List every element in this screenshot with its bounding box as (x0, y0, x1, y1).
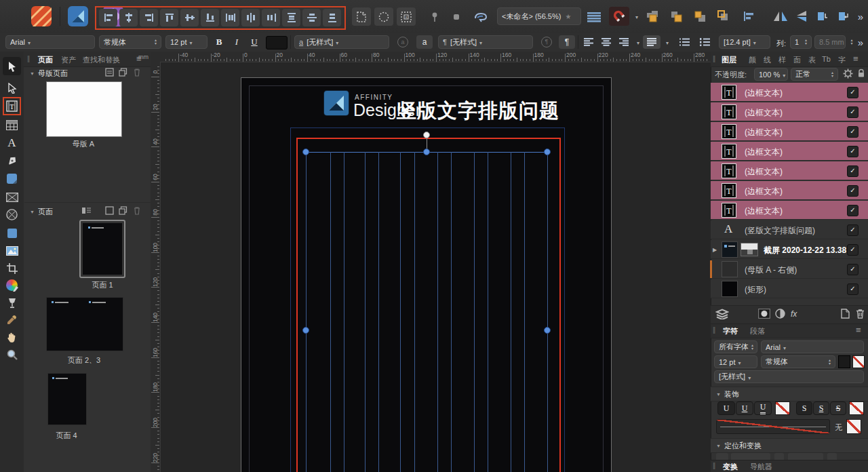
align-middle-v-button[interactable] (180, 9, 199, 26)
insert-behind-button[interactable] (813, 7, 832, 26)
char-font-family-dropdown[interactable]: Arial (761, 340, 864, 353)
align-text-dropdown[interactable] (633, 35, 641, 49)
zoom-tool[interactable] (3, 345, 21, 363)
tab-layers[interactable]: 图层 (722, 55, 736, 65)
duplicate-page-icon[interactable] (119, 206, 127, 215)
app-icon-designer[interactable] (66, 5, 90, 28)
align-right-text-button[interactable] (616, 35, 632, 49)
space-between-v-button[interactable] (282, 9, 300, 26)
place-image-tool[interactable] (3, 241, 21, 260)
layer-row[interactable]: T(边框文本)✓ (711, 201, 868, 220)
layer-visibility-checkbox[interactable]: ✓ (847, 165, 859, 177)
character-menu-icon[interactable] (856, 325, 861, 335)
tab-paragraph[interactable]: 段落 (750, 326, 765, 336)
tab-styles[interactable]: 样 (778, 55, 786, 65)
add-master-icon[interactable] (105, 68, 114, 77)
char-font-size-dropdown[interactable]: 12 pt (714, 355, 757, 368)
layer-row[interactable]: T(边框文本)✓ (711, 83, 868, 102)
delete-page-icon[interactable] (133, 206, 141, 215)
layer-row[interactable]: (母版 A - 右侧)✓ (711, 260, 868, 279)
para-style-apply-button[interactable]: ¶ (559, 35, 575, 49)
node-tool[interactable] (3, 79, 21, 97)
columns-stepper[interactable]: 1 (790, 35, 812, 49)
add-page-icon[interactable] (105, 206, 114, 215)
justify-dropdown[interactable] (662, 35, 670, 49)
mask-layer-icon[interactable] (758, 309, 770, 319)
new-layer-icon[interactable] (841, 309, 850, 319)
layer-row[interactable]: T(边框文本)✓ (711, 181, 868, 200)
align-center-text-button[interactable] (598, 35, 614, 49)
tab-tb[interactable]: Tb (822, 55, 831, 63)
pin-button[interactable] (426, 7, 443, 26)
delete-layer-icon[interactable] (856, 309, 865, 319)
hand-tool[interactable] (3, 328, 21, 347)
tab-table[interactable]: 表 (808, 55, 816, 65)
font-collection-stepper[interactable]: 所有字体 (714, 340, 757, 353)
layer-visibility-checkbox[interactable]: ✓ (847, 283, 859, 295)
flip-horizontal-button[interactable] (770, 7, 791, 26)
paragraph-style-dropdown[interactable]: ¶ [无样式] (438, 35, 533, 49)
layer-stack-icon[interactable] (715, 309, 729, 319)
char-stroke-swatch[interactable] (852, 355, 865, 368)
layer-visibility-checkbox[interactable]: ✓ (847, 264, 859, 275)
opacity-dropdown[interactable]: 100 % (754, 68, 788, 81)
transparency-tool[interactable] (3, 294, 21, 312)
char-style-field[interactable]: [无样式] (714, 370, 864, 383)
font-weight-stepper[interactable]: 常规体 (99, 35, 161, 49)
tab-assets[interactable]: 资产 (61, 55, 76, 65)
delete-master-icon[interactable] (133, 68, 141, 77)
handle-middle-left[interactable] (302, 327, 309, 334)
layer-row[interactable]: ▶截屏 2020-12-22 13.38✓ (711, 240, 868, 259)
char-style-reset-icon[interactable]: a (395, 35, 411, 49)
underline-color-swatch[interactable] (775, 401, 790, 415)
align-right-button[interactable] (140, 9, 158, 26)
master-pages-header[interactable]: 母版页面 (30, 68, 68, 79)
studio-drag-handle[interactable]: || (713, 55, 715, 62)
crop-tool[interactable] (3, 259, 21, 277)
layer-row[interactable]: T(边框文本)✓ (711, 102, 868, 121)
layer-visibility-checkbox[interactable]: ✓ (847, 87, 859, 98)
justify-text-button[interactable] (643, 35, 660, 49)
tab-navigator[interactable]: 导航器 (750, 462, 772, 472)
move-tool[interactable] (3, 57, 21, 75)
panel-drag-handle[interactable]: || (27, 55, 29, 62)
master-page-thumbnail[interactable] (46, 81, 122, 137)
eyedropper-tool[interactable] (3, 311, 21, 329)
document-zoom-dropdown[interactable]: <未命名> (56.5%) (497, 7, 581, 25)
page-1-thumbnail[interactable] (83, 223, 122, 275)
layer-row[interactable]: T(边框文本)✓ (711, 142, 868, 161)
ellipse-marquee-button[interactable] (374, 7, 393, 26)
picture-frame-rect-tool[interactable] (3, 188, 21, 206)
layer-visibility-checkbox[interactable]: ✓ (847, 146, 859, 157)
move-to-front-button[interactable] (642, 7, 663, 26)
layer-visibility-checkbox[interactable]: ✓ (847, 224, 859, 236)
para-style-reset-icon[interactable]: ¶ (538, 35, 555, 49)
layer-row[interactable]: T(边框文本)✓ (711, 122, 868, 141)
bullet-list-button[interactable] (675, 35, 693, 49)
shape-tool[interactable] (3, 170, 21, 188)
pages-header[interactable]: 页面 (30, 207, 53, 217)
tab-color[interactable]: 颜 (749, 55, 756, 65)
text-ruler-button[interactable] (585, 7, 604, 26)
character-style-dropdown[interactable]: a [无样式] (294, 35, 389, 49)
layer-visibility-checkbox[interactable]: ✓ (847, 185, 859, 197)
page-boundary-button[interactable] (352, 7, 371, 26)
page-1-label[interactable]: 页面 1 (79, 280, 125, 290)
color-wheel-tool[interactable] (3, 276, 21, 294)
italic-button[interactable]: I (229, 35, 244, 49)
space-left-h-button[interactable] (262, 9, 280, 26)
rotation-handle[interactable] (423, 132, 430, 138)
studio-menu-icon[interactable] (853, 54, 859, 64)
layer-row[interactable]: A(竖版文字排版问题)✓ (711, 220, 868, 239)
blend-options-gear-icon[interactable] (843, 68, 853, 79)
picture-frame-ellipse-tool[interactable] (3, 205, 21, 224)
app-icon-publisher[interactable] (30, 5, 53, 28)
align-top-button[interactable] (160, 9, 178, 26)
vertical-ruler[interactable] (151, 62, 161, 472)
distribute-middle-h-button[interactable] (302, 9, 321, 26)
page-2-3-label[interactable]: 页面 2、3 (46, 355, 122, 366)
tab-pages[interactable]: 页面 (38, 55, 53, 65)
layer-row[interactable]: T(边框文本)✓ (711, 161, 868, 180)
context-overflow-button[interactable] (854, 34, 867, 50)
layer-visibility-checkbox[interactable]: ✓ (847, 244, 859, 256)
